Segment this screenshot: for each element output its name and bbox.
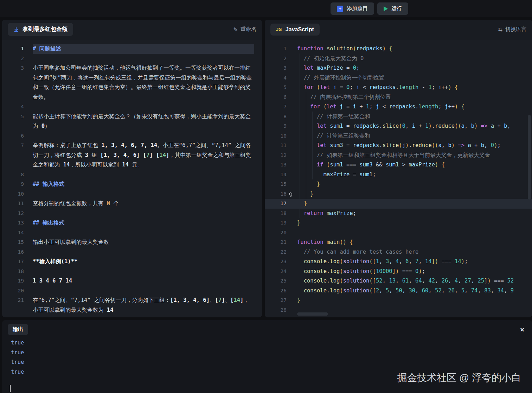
code-line[interactable]: 12 // 如果第一组和第三组奖金和相等且大于当前最大奖金，更新最大奖金 [265, 151, 532, 160]
md-line[interactable]: 14 [2, 228, 262, 238]
line-number: 10 [265, 131, 287, 141]
code-line[interactable]: 21function main() { [265, 237, 532, 247]
rename-button[interactable]: ✎ 重命名 [233, 26, 256, 33]
code-line[interactable]: 1function solution(redpacks) { [265, 44, 532, 54]
code-line[interactable]: 6 // 内层循环控制第二个切割位置 [265, 93, 532, 102]
code-line[interactable]: 22 // You can add more test cases here [265, 247, 532, 257]
rename-label: 重命名 [241, 26, 256, 33]
switch-arrows-icon: ⇆ [498, 26, 502, 33]
md-line[interactable]: 8 [2, 170, 262, 180]
code-line[interactable]: 17 } [265, 199, 532, 209]
main-split: 拿到最多红包金额 ✎ 重命名 1# 问题描述23小王同学参加公司年会的抽奖活动，… [0, 17, 532, 317]
line-number: 16 [2, 247, 24, 257]
code-line[interactable]: 27} [265, 296, 532, 305]
code-line[interactable]: 20 [265, 228, 532, 238]
line-number: 28 [265, 305, 287, 315]
md-line[interactable]: 2 [2, 54, 262, 64]
line-number: 21 [265, 237, 287, 247]
md-line[interactable]: 15输出小王可以拿到的最大奖金数 [2, 237, 262, 247]
output-line: true [11, 348, 532, 358]
code-line[interactable]: 25 console.log(solution([52, 13, 61, 64,… [265, 276, 532, 286]
line-number: 6 [265, 93, 287, 102]
line-number: 24 [265, 267, 287, 277]
md-line[interactable]: 12 [2, 209, 262, 218]
code-line[interactable]: 8 // 计算第一组奖金和 [265, 112, 532, 122]
md-line[interactable]: 191 3 4 6 7 14 [2, 276, 262, 286]
md-line[interactable]: 13## 输出格式 [2, 218, 262, 228]
code-line[interactable]: 24 console.log(solution([10000]) === 0); [265, 267, 532, 277]
line-number: 15 [2, 237, 24, 247]
line-number: 26 [265, 286, 287, 296]
md-line[interactable]: 4 [2, 102, 262, 112]
markdown-editor[interactable]: 1# 问题描述23小王同学参加公司年会的抽奖活动，他运气很好抽到了一等奖。一等奖… [2, 39, 262, 317]
line-number: 27 [265, 296, 287, 305]
line-number: 1 [2, 44, 24, 54]
code-line[interactable]: 18 return maxPrize; [265, 209, 532, 218]
md-line[interactable]: 20 [2, 286, 262, 296]
md-line[interactable]: 9## 输入格式 [2, 179, 262, 189]
line-number: 8 [2, 170, 24, 180]
md-line[interactable]: 5能帮小王计算下他能拿到的最大奖金么？（如果没有红包可获得，则小王能拿到的最大奖… [2, 112, 262, 131]
line-number: 25 [265, 276, 287, 286]
line-number: 9 [2, 179, 24, 189]
md-line[interactable]: 1# 问题描述 [2, 44, 262, 54]
line-number: 8 [265, 112, 287, 122]
output-panel-header: 输出 × [2, 320, 532, 335]
md-line[interactable]: 11空格分割的红包金额数，共有 N 个 [2, 199, 262, 209]
line-number: 6 [2, 131, 24, 141]
code-line[interactable]: 11 let sum3 = redpacks.slice(j).reduce((… [265, 141, 532, 151]
line-number: 5 [2, 112, 24, 131]
code-line[interactable]: 10 // 计算第三组奖金和 [265, 131, 532, 141]
code-editor[interactable]: 1function solution(redpacks) {2 // 初始化最大… [265, 39, 532, 317]
line-number: 7 [265, 102, 287, 112]
output-tab[interactable]: 输出 [8, 324, 28, 335]
code-line[interactable]: 2 // 初始化最大奖金为 0 [265, 54, 532, 64]
code-line[interactable]: 4 // 外层循环控制第一个切割位置 [265, 73, 532, 83]
line-number: 20 [2, 286, 24, 296]
vertical-scrollbar[interactable] [528, 115, 531, 199]
horizontal-scrollbar[interactable] [297, 312, 328, 316]
close-icon[interactable]: × [518, 325, 526, 334]
problem-tab[interactable]: 拿到最多红包金额 [8, 23, 73, 36]
code-line[interactable]: 9 let sum1 = redpacks.slice(0, i + 1).re… [265, 121, 532, 131]
watermark: 掘金技术社区 @ 浮夸的小白 [397, 371, 521, 385]
language-tab[interactable]: JS JavaScript [270, 24, 320, 36]
code-line[interactable]: 13 if (sum1 === sum3 && sum1 > maxPrize)… [265, 160, 532, 170]
code-line[interactable]: 5 for (let i = 0; i < redpacks.length - … [265, 83, 532, 93]
output-panel: 输出 × truetruetruetrue 掘金技术社区 @ 浮夸的小白 [2, 320, 532, 393]
code-line[interactable]: 14 maxPrize = sum1; [265, 170, 532, 180]
code-line[interactable]: 19} [265, 218, 532, 228]
code-panel: JS JavaScript ⇆ 切换语言 1function solution(… [265, 20, 532, 317]
line-number: 19 [265, 218, 287, 228]
md-line[interactable]: 16 [2, 247, 262, 257]
code-line[interactable]: 15 } [265, 179, 532, 189]
download-arrow-icon [13, 27, 19, 32]
md-line[interactable]: 10 [2, 189, 262, 199]
line-number: 1 [265, 44, 287, 54]
line-number: 14 [2, 228, 24, 238]
line-number: 21 [2, 296, 24, 315]
code-line[interactable]: 26 console.log(solution([2, 5, 50, 30, 6… [265, 286, 532, 296]
md-line[interactable]: 3小王同学参加公司年会的抽奖活动，他运气很好抽到了一等奖。一等奖获奖者可以在一排… [2, 63, 262, 102]
md-line[interactable]: 21在“6,7”之间、“7,14” 之间各切一刀，分为如下三组：[1, 3, 4… [2, 296, 262, 315]
line-number: 16 [265, 189, 287, 199]
md-line[interactable]: 6 [2, 131, 262, 141]
md-line[interactable]: 7举例解释：桌子上放了红包 1, 3, 4, 6, 7, 14。小王在“6,7”… [2, 141, 262, 170]
line-number: 10 [2, 189, 24, 199]
line-number: 5 [265, 83, 287, 93]
code-line[interactable]: 23 console.log(solution([1, 3, 4, 6, 7, … [265, 257, 532, 267]
code-line[interactable]: 3 let maxPrize = 0; [265, 63, 532, 73]
code-line[interactable]: 16 } [265, 189, 532, 199]
pencil-icon: ✎ [233, 26, 238, 33]
md-line[interactable]: 17**输入样例(1)** [2, 257, 262, 267]
line-number: 3 [265, 63, 287, 73]
md-line[interactable]: 18 [2, 267, 262, 277]
add-question-button[interactable]: + 添加题目 [331, 2, 374, 15]
lightbulb-icon[interactable] [288, 191, 294, 197]
run-button[interactable]: 运行 [377, 2, 408, 15]
line-number: 11 [2, 199, 24, 209]
problem-tab-label: 拿到最多红包金额 [23, 26, 68, 33]
code-line[interactable]: 7 for (let j = i + 1; j < redpacks.lengt… [265, 102, 532, 112]
line-number: 22 [265, 247, 287, 257]
switch-language-button[interactable]: ⇆ 切换语言 [498, 26, 526, 33]
